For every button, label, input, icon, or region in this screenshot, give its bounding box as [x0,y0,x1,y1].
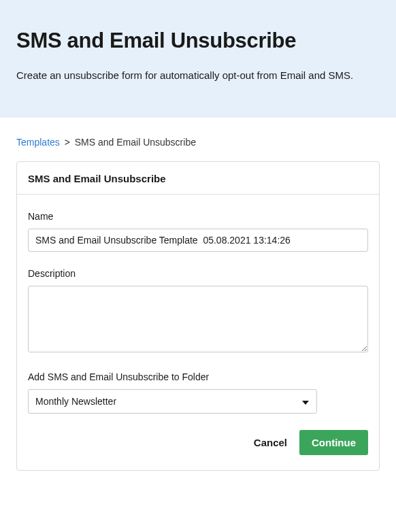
breadcrumb-current: SMS and Email Unsubscribe [75,137,196,148]
breadcrumb-separator: > [65,137,70,148]
description-field-group: Description [28,268,368,355]
button-row: Cancel Continue [28,430,368,455]
card-title: SMS and Email Unsubscribe [28,173,368,184]
name-label: Name [28,211,368,222]
page-header: SMS and Email Unsubscribe Create an unsu… [0,0,396,118]
name-input[interactable] [28,229,368,252]
card-body: Name Description Add SMS and Email Unsub… [17,195,379,470]
breadcrumb-templates-link[interactable]: Templates [16,137,60,148]
page-title: SMS and Email Unsubscribe [16,29,380,53]
name-field-group: Name [28,211,368,252]
continue-button[interactable]: Continue [299,430,368,455]
folder-field-group: Add SMS and Email Unsubscribe to Folder … [28,371,368,414]
description-textarea[interactable] [28,286,368,352]
content-section: Templates > SMS and Email Unsubscribe SM… [0,118,396,487]
folder-label: Add SMS and Email Unsubscribe to Folder [28,371,368,382]
page-subtitle: Create an unsubscribe form for automatic… [16,68,380,84]
card-header: SMS and Email Unsubscribe [17,162,379,195]
breadcrumb: Templates > SMS and Email Unsubscribe [16,137,380,148]
cancel-button[interactable]: Cancel [251,431,290,454]
folder-select-wrapper: Monthly Newsletter [28,389,317,414]
folder-select[interactable]: Monthly Newsletter [28,389,317,414]
description-label: Description [28,268,368,279]
form-card: SMS and Email Unsubscribe Name Descripti… [16,161,380,471]
